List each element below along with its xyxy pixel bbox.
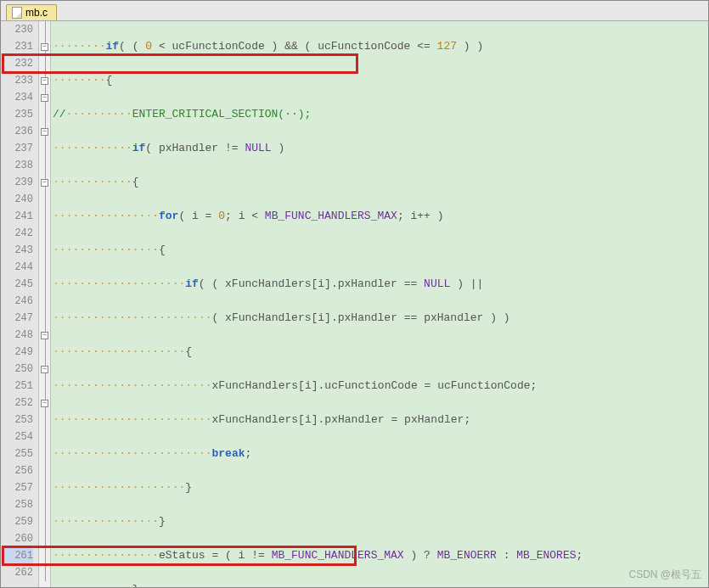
file-tab[interactable]: mb.c xyxy=(6,4,57,20)
code-line[interactable]: ····················{ xyxy=(53,344,708,361)
code-line[interactable]: ········if( ( 0 < ucFunctionCode ) && ( … xyxy=(53,38,708,55)
code-line[interactable]: ························xFuncHandlers[i]… xyxy=(53,378,708,395)
fold-toggle-icon[interactable]: − xyxy=(41,400,48,407)
fold-toggle-icon[interactable]: − xyxy=(41,179,48,187)
line-number-gutter: 2302312322332342352362372382392402412422… xyxy=(1,21,39,587)
code-line[interactable]: ········{ xyxy=(53,72,708,89)
code-line[interactable]: ················{ xyxy=(53,242,708,259)
fold-toggle-icon[interactable]: − xyxy=(41,43,48,51)
watermark: CSDN @根号五 xyxy=(628,568,701,582)
code-line[interactable]: ············{ xyxy=(53,174,708,191)
tab-bar: mb.c xyxy=(1,1,708,21)
code-line[interactable]: ························( xFuncHandlers[… xyxy=(53,310,708,327)
fold-toggle-icon[interactable]: − xyxy=(41,332,48,339)
fold-toggle-icon[interactable]: − xyxy=(41,94,48,102)
code-line[interactable]: ························xFuncHandlers[i]… xyxy=(53,412,708,428)
code-line[interactable]: ····················} xyxy=(53,479,708,496)
code-line[interactable]: ············} xyxy=(53,581,708,588)
code-editor[interactable]: 2302312322332342352362372382392402412422… xyxy=(1,21,708,587)
file-icon xyxy=(12,7,22,19)
code-line[interactable]: ················for( i = 0; i < MB_FUNC_… xyxy=(53,208,708,225)
code-line[interactable]: ························break; xyxy=(53,445,708,462)
code-line[interactable]: ················eStatus = ( i != MB_FUNC… xyxy=(53,547,708,564)
code-line[interactable]: ····················if( ( xFuncHandlers[… xyxy=(53,276,708,293)
code-line[interactable]: //··········ENTER_CRITICAL_SECTION(··); xyxy=(53,106,708,123)
fold-toggle-icon[interactable]: − xyxy=(41,77,48,85)
tab-filename: mb.c xyxy=(25,7,48,19)
code-line[interactable]: ············if( pxHandler != NULL ) xyxy=(53,140,708,157)
fold-column: −−−−−−−− xyxy=(39,21,51,587)
code-line[interactable]: ················} xyxy=(53,513,708,530)
code-area[interactable]: ········if( ( 0 < ucFunctionCode ) && ( … xyxy=(51,21,708,587)
fold-toggle-icon[interactable]: − xyxy=(41,366,48,373)
fold-toggle-icon[interactable]: − xyxy=(41,128,48,136)
